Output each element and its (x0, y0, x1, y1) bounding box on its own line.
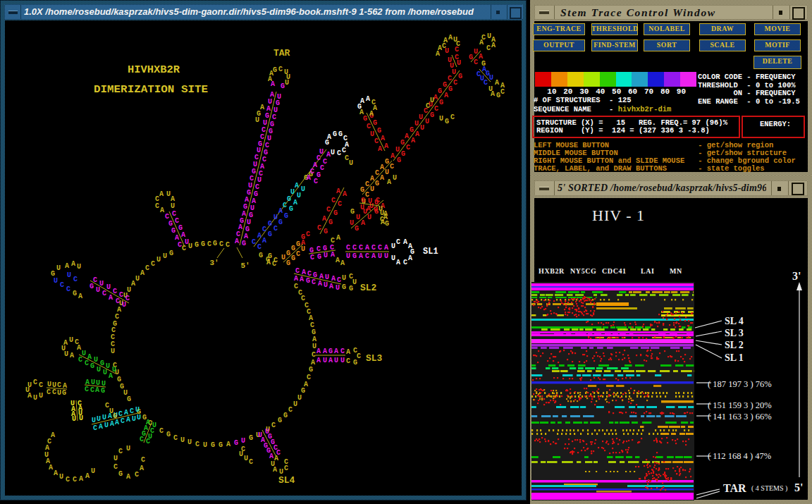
svg-text:HIVHXB2R: HIVHXB2R (128, 64, 180, 76)
svg-text:U: U (187, 438, 192, 446)
svg-text:C: C (375, 169, 379, 177)
svg-text:HIV - 1: HIV - 1 (592, 207, 645, 224)
svg-text:C: C (262, 126, 266, 134)
svg-text:C: C (365, 180, 369, 188)
svg-text:G: G (195, 241, 199, 249)
svg-text:A: A (329, 283, 333, 290)
svg-text:U: U (39, 392, 43, 400)
svg-text:LAI: LAI (641, 267, 655, 275)
svg-text:G: G (328, 219, 333, 226)
svg-text:A: A (316, 348, 321, 355)
svg-text:A: A (79, 475, 83, 483)
svg-text:C: C (450, 113, 455, 121)
svg-text:G: G (234, 439, 238, 447)
svg-text:U: U (241, 437, 245, 445)
svg-text:A: A (266, 105, 271, 113)
svg-text:U: U (203, 441, 207, 449)
svg-text:U: U (378, 252, 382, 260)
svg-text:TAR: TAR (723, 482, 746, 494)
svg-text:C: C (78, 356, 82, 364)
svg-text:G: G (168, 220, 173, 228)
svg-text:U: U (301, 245, 305, 253)
svg-text:A: A (257, 232, 262, 240)
svg-text:U: U (336, 284, 340, 292)
svg-text:C: C (486, 44, 491, 52)
svg-text:A: A (140, 465, 144, 472)
svg-text:A: A (262, 237, 266, 245)
svg-text:U: U (180, 436, 185, 444)
svg-text:A: A (300, 276, 304, 283)
svg-text:A: A (380, 164, 384, 171)
svg-text:G: G (287, 195, 291, 203)
svg-text:C: C (295, 267, 300, 275)
svg-text:C: C (323, 158, 327, 166)
svg-text:C: C (272, 113, 276, 121)
svg-text:U: U (360, 204, 364, 211)
svg-text:U: U (72, 415, 76, 423)
svg-text:C: C (39, 381, 43, 389)
svg-text:A: A (226, 441, 230, 448)
svg-text:U: U (273, 106, 278, 114)
svg-text:( 187 197 3 ) 76%: ( 187 197 3 ) 76% (708, 379, 772, 389)
svg-text:G: G (265, 112, 269, 120)
svg-text:U: U (96, 286, 100, 294)
svg-text:3': 3' (792, 270, 801, 282)
svg-text:A: A (110, 420, 114, 428)
svg-text:A: A (175, 234, 179, 242)
svg-text:A: A (336, 188, 340, 195)
svg-text:A: A (77, 344, 81, 352)
svg-text:A: A (336, 234, 340, 242)
svg-text:A: A (65, 262, 69, 270)
svg-text:U: U (132, 415, 136, 423)
svg-text:A: A (370, 175, 374, 183)
svg-text:G: G (245, 226, 250, 233)
svg-text:A: A (126, 473, 130, 481)
svg-text:C: C (317, 224, 321, 232)
svg-text:A: A (70, 352, 74, 359)
svg-text:U: U (250, 204, 254, 212)
svg-text:G: G (278, 219, 283, 226)
svg-text:C: C (306, 231, 310, 238)
svg-text:U: U (135, 275, 140, 283)
svg-text:C: C (60, 281, 64, 289)
svg-text:C: C (135, 471, 139, 479)
svg-text:A: A (160, 207, 164, 214)
svg-text:U: U (137, 414, 141, 422)
svg-text:C: C (111, 340, 115, 348)
svg-text:5': 5' (794, 481, 803, 493)
svg-text:C: C (371, 244, 376, 252)
svg-text:U: U (419, 113, 423, 121)
svg-text:G: G (342, 283, 346, 291)
svg-text:U: U (285, 79, 289, 87)
svg-text:C: C (172, 210, 176, 218)
svg-text:G: G (258, 140, 262, 148)
svg-text:SL 3: SL 3 (725, 328, 744, 338)
svg-text:G: G (268, 220, 272, 228)
svg-text:G: G (438, 87, 442, 95)
svg-text:C: C (195, 441, 199, 448)
svg-text:A: A (316, 357, 321, 364)
svg-text:A: A (443, 37, 448, 44)
svg-text:G: G (213, 240, 217, 247)
svg-text:U: U (367, 214, 371, 221)
svg-text:A: A (495, 79, 499, 87)
svg-text:C: C (226, 241, 230, 249)
svg-text:A: A (448, 34, 453, 42)
svg-text:SL 1: SL 1 (725, 352, 744, 363)
svg-text:A: A (54, 469, 58, 477)
svg-text:A: A (245, 196, 249, 204)
svg-text:G: G (101, 387, 105, 395)
svg-text:A: A (415, 130, 419, 138)
svg-text:C: C (262, 156, 266, 164)
svg-text:A: A (380, 174, 384, 182)
svg-text:C: C (118, 448, 123, 455)
svg-text:C: C (273, 257, 278, 264)
svg-text:( 151 159 3 ) 20%: ( 151 159 3 ) 20% (708, 400, 772, 410)
svg-text:U: U (77, 263, 81, 271)
svg-text:C: C (159, 427, 164, 435)
svg-text:G: G (169, 250, 173, 257)
svg-text:C: C (265, 142, 269, 149)
svg-text:C: C (474, 59, 478, 66)
svg-text:U: U (324, 252, 328, 259)
svg-text:A: A (378, 145, 382, 153)
